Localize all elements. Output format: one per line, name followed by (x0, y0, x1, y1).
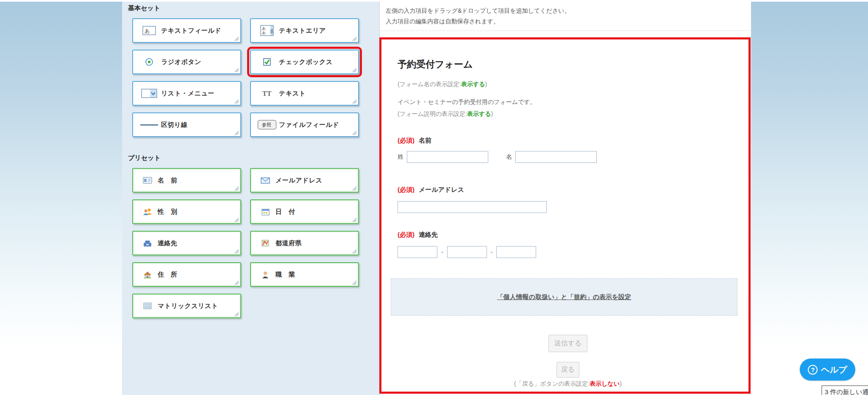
textarea-icon: ああ (255, 25, 279, 36)
phone-input-3[interactable] (496, 246, 536, 258)
phone-separator: - (491, 249, 493, 255)
email-field-row (398, 201, 738, 213)
palette-item-textarea[interactable]: ああ テキストエリア (250, 18, 359, 43)
required-badge: (必須) (398, 137, 415, 144)
resize-grip-icon (234, 186, 239, 191)
palette-item-label: テキストエリア (279, 27, 326, 35)
text-icon: TT (255, 90, 279, 97)
palette-item-list-menu[interactable]: リスト・メニュー (132, 81, 241, 106)
form-description: イベント・セミナーの予約受付用のフォームです。 (398, 98, 738, 106)
instruction-line-2: 入力項目の編集内容は自動保存されます。 (386, 16, 751, 27)
email-field-label: (必須)メールアドレス (398, 186, 738, 194)
palette-item-email[interactable]: メールアドレス (250, 168, 359, 193)
checkbox-icon (255, 58, 279, 66)
first-name-input[interactable] (515, 151, 597, 163)
divider-icon (137, 123, 161, 126)
form-preview-pane: 左側の入力項目をドラッグ&ドロップして項目を追加してください。 入力項目の編集内… (379, 2, 751, 395)
resize-grip-icon (352, 36, 357, 41)
resize-grip-icon (352, 131, 357, 135)
name-field-label: (必須)名前 (398, 137, 738, 145)
resize-grip-icon (352, 186, 357, 191)
palette-item-label: マトリックスリスト (158, 302, 218, 310)
first-name-label: 名 (506, 153, 512, 161)
resize-grip-icon (234, 68, 239, 73)
list-menu-icon (137, 89, 161, 98)
calendar-icon (255, 208, 275, 216)
basic-set-grid: あ テキストフィールド ああ テキストエリア ラジオボタン (132, 18, 379, 137)
palette-item-occupation[interactable]: 職 業 (250, 262, 359, 287)
file-field-icon: 参照 (255, 120, 279, 130)
preset-grid: 名 前 メールアドレス 性 別 日 (132, 168, 379, 318)
phone-input-2[interactable] (447, 246, 487, 258)
palette-item-radio-button[interactable]: ラジオボタン (132, 50, 241, 74)
privacy-terms-panel: 「個人情報の取扱い」と「規約」の表示を設定 (391, 278, 737, 316)
palette-item-label: 都道府県 (275, 239, 302, 247)
back-button-visibility-setting: (「戻る」ボタンの表示設定:表示しない) (398, 380, 738, 388)
resize-grip-icon (234, 280, 239, 285)
notification-popup[interactable]: 3 件の新しい通知 (821, 385, 868, 395)
palette-item-label: 住 所 (158, 271, 178, 279)
phone-field-row: - - (398, 246, 738, 258)
form-title-visibility-setting: (フォーム名の表示設定:表示する) (398, 81, 738, 88)
person-icon (255, 271, 275, 278)
palette-item-label: メールアドレス (275, 176, 323, 185)
resize-grip-icon (234, 36, 239, 41)
palette-item-label: テキストフィールド (161, 27, 221, 35)
palette-item-date[interactable]: 日 付 (250, 199, 359, 224)
resize-grip-icon (234, 249, 239, 254)
palette-item-label: 名 前 (158, 176, 178, 185)
palette-item-checkbox[interactable]: チェックボックス (250, 50, 359, 74)
radio-button-icon (137, 58, 161, 66)
palette-item-text[interactable]: TT テキスト (250, 81, 359, 106)
help-button[interactable]: ? ヘルプ (800, 359, 855, 381)
resize-grip-icon (234, 131, 239, 135)
svg-text:TT: TT (262, 90, 272, 97)
privacy-terms-settings-link[interactable]: 「個人情報の取扱い」と「規約」の表示を設定 (497, 293, 632, 301)
palette-item-label: 職 業 (275, 271, 295, 279)
palette-item-label: リスト・メニュー (161, 90, 214, 98)
palette-item-prefecture[interactable]: 都道府県 (250, 231, 359, 255)
question-circle-icon: ? (808, 365, 818, 375)
submit-button-row: 送信する (398, 335, 738, 352)
palette-item-divider-line[interactable]: 区切り線 (132, 112, 241, 137)
resize-grip-icon (234, 99, 239, 104)
last-name-input[interactable] (407, 151, 488, 163)
last-name-label: 姓 (398, 153, 403, 161)
required-badge: (必須) (398, 186, 415, 193)
phone-input-1[interactable] (398, 246, 437, 258)
submit-button[interactable]: 送信する (548, 335, 588, 352)
svg-text:参照: 参照 (262, 122, 271, 127)
setting-value-show: 表示する (467, 110, 491, 117)
palette-item-name[interactable]: 名 前 (132, 168, 241, 193)
svg-text:あ: あ (145, 28, 150, 34)
form-preview-canvas[interactable]: 予約受付フォーム (フォーム名の表示設定:表示する) イベント・セミナーの予約受… (379, 37, 751, 394)
setting-value-show: 表示する (461, 81, 485, 87)
palette-item-contact[interactable]: 連絡先 (132, 231, 241, 255)
phone-field-label: (必須)連絡先 (398, 231, 738, 239)
field-palette: 基本セット あ テキストフィールド ああ テキストエリア (122, 2, 379, 395)
gender-icon (137, 208, 158, 216)
resize-grip-icon (352, 218, 357, 222)
palette-item-label: 区切り線 (161, 121, 187, 129)
back-button[interactable]: 戻る (556, 362, 579, 378)
email-input[interactable] (398, 201, 547, 213)
resize-grip-icon (352, 249, 357, 254)
help-button-label: ヘルプ (821, 364, 847, 375)
matrix-icon (137, 303, 158, 309)
palette-item-address[interactable]: 住 所 (132, 262, 241, 287)
palette-item-label: チェックボックス (279, 58, 333, 66)
instruction-line-1: 左側の入力項目をドラッグ&ドロップして項目を追加してください。 (386, 6, 751, 16)
resize-grip-icon (352, 99, 357, 104)
resize-grip-icon (352, 68, 357, 73)
palette-item-gender[interactable]: 性 別 (132, 199, 241, 224)
back-button-row: 戻る (398, 362, 738, 378)
palette-item-text-field[interactable]: あ テキストフィールド (132, 18, 241, 43)
resize-grip-icon (234, 312, 239, 317)
palette-item-label: 性 別 (158, 208, 178, 216)
map-icon (255, 240, 275, 247)
name-field-row: 姓 名 (398, 151, 738, 163)
resize-grip-icon (352, 280, 357, 285)
form-title: 予約受付フォーム (398, 58, 738, 70)
palette-item-matrix-list[interactable]: マトリックスリスト (132, 294, 241, 318)
palette-item-file-field[interactable]: 参照 ファイルフィールド (250, 112, 359, 137)
